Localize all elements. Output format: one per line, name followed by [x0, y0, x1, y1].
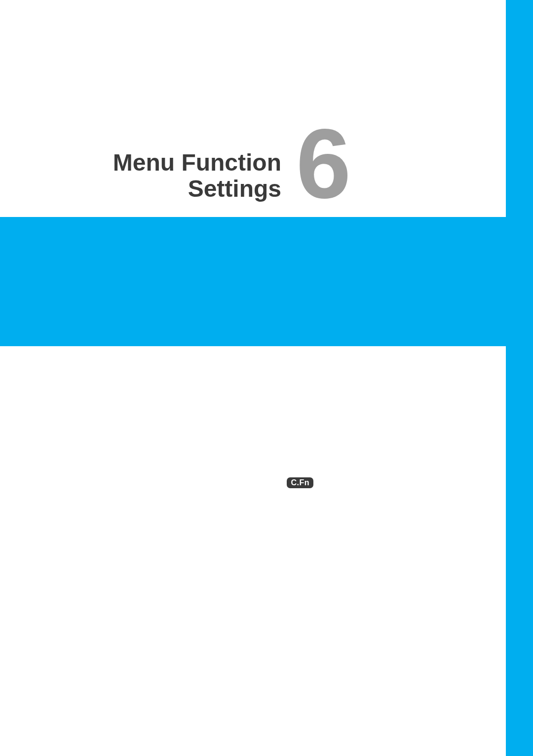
cfn-badge: C.Fn	[287, 477, 313, 488]
chapter-number: 6	[296, 114, 347, 213]
intro-paragraph-2: This chapter lists the EOS D30's menu fu…	[38, 506, 473, 555]
chapter-title-line-2: Settings	[35, 176, 281, 202]
page-content: 6 Menu Function Settings You can make a …	[0, 0, 506, 756]
intro-text: You can make a variety of settings from …	[38, 441, 473, 555]
intro-band: You can make a variety of settings from …	[0, 217, 506, 346]
right-accent-band	[506, 0, 533, 756]
chapter-title-line-1: Menu Function	[35, 150, 281, 176]
chapter-header: 6 Menu Function Settings	[0, 0, 506, 217]
chapter-title: Menu Function Settings	[35, 150, 281, 202]
intro-paragraph-1: You can make a variety of settings from …	[38, 441, 473, 506]
